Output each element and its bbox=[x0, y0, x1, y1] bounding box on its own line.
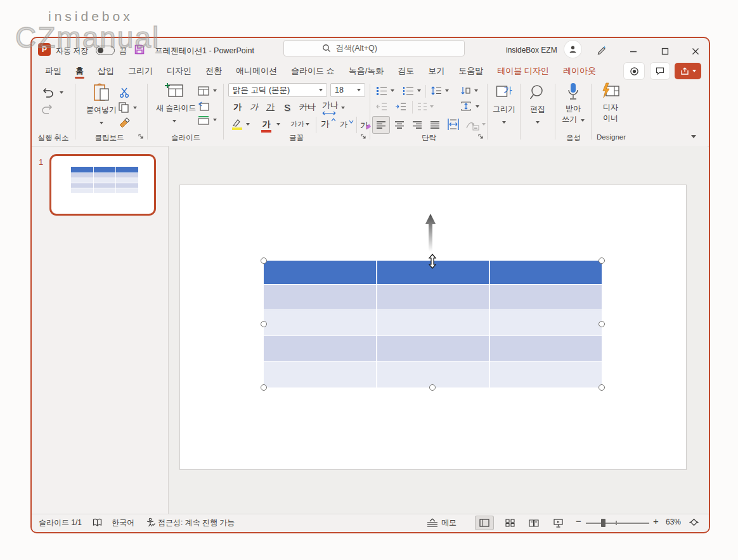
dictate-button[interactable]: 받아 쓰기 bbox=[558, 82, 588, 125]
smartart-chevron[interactable] bbox=[482, 123, 486, 126]
tab-help[interactable]: 도움말 bbox=[451, 62, 490, 80]
record-button[interactable] bbox=[624, 63, 644, 79]
convert-smartart-button[interactable] bbox=[465, 119, 479, 131]
reading-view-button[interactable] bbox=[525, 516, 543, 530]
fit-slide-to-window-button[interactable] bbox=[689, 518, 699, 527]
table-row[interactable] bbox=[264, 336, 602, 361]
resize-handle-mid-left[interactable] bbox=[261, 321, 267, 327]
decrease-indent-button[interactable] bbox=[376, 102, 387, 111]
undo-dropdown-chevron[interactable] bbox=[60, 91, 63, 94]
slide-sorter-view-button[interactable] bbox=[501, 516, 519, 530]
slide-indicator[interactable]: 슬라이드 1/1 bbox=[39, 518, 82, 528]
designer-button[interactable]: 디자 이너 bbox=[595, 82, 626, 124]
increase-font-size-button[interactable]: 가 bbox=[321, 119, 330, 128]
justify-button[interactable] bbox=[430, 120, 440, 129]
font-color-button[interactable]: 가 bbox=[261, 118, 271, 133]
normal-view-button[interactable] bbox=[476, 516, 493, 530]
slide-thumbnail[interactable] bbox=[49, 154, 156, 216]
comments-button[interactable] bbox=[651, 63, 670, 79]
table-row[interactable] bbox=[264, 285, 602, 310]
slideshow-view-button[interactable] bbox=[549, 516, 567, 530]
tab-design[interactable]: 디자인 bbox=[160, 62, 198, 80]
tab-slide-show[interactable]: 슬라이드 쇼 bbox=[284, 62, 342, 80]
increase-indent-button[interactable] bbox=[395, 102, 406, 111]
align-text-chevron[interactable] bbox=[476, 105, 479, 108]
cut-button[interactable] bbox=[119, 88, 131, 98]
minimize-button[interactable] bbox=[626, 44, 640, 58]
copy-dropdown-chevron[interactable] bbox=[133, 107, 137, 109]
autosave-toggle[interactable] bbox=[96, 46, 115, 55]
spacing-dropdown-chevron[interactable] bbox=[341, 107, 345, 109]
strikethrough-button[interactable]: 가나 bbox=[299, 103, 316, 111]
spellcheck-icon[interactable] bbox=[93, 518, 102, 527]
text-direction-button[interactable] bbox=[460, 86, 470, 95]
avatar[interactable] bbox=[564, 41, 581, 58]
highlight-dropdown-chevron[interactable] bbox=[246, 123, 250, 126]
font-name-combobox[interactable]: 맑은 고딕 (본문) bbox=[228, 83, 327, 97]
slide-page[interactable] bbox=[179, 185, 687, 470]
reset-slide-button[interactable] bbox=[198, 101, 209, 111]
slide-layout-button[interactable] bbox=[198, 86, 209, 96]
resize-handle-mid-right[interactable] bbox=[599, 321, 605, 327]
tab-table-design[interactable]: 테이블 디자인 bbox=[490, 62, 556, 80]
font-color-dropdown-chevron[interactable] bbox=[276, 123, 280, 126]
resize-handle-top-right[interactable] bbox=[599, 257, 605, 264]
redo-button[interactable] bbox=[41, 103, 55, 115]
columns-chevron[interactable] bbox=[430, 105, 434, 108]
maximize-button[interactable] bbox=[658, 44, 672, 58]
align-right-button[interactable] bbox=[412, 120, 422, 129]
line-spacing-button[interactable] bbox=[430, 86, 442, 95]
numbering-dropdown-chevron[interactable] bbox=[417, 89, 421, 92]
new-slide-button[interactable]: 새 슬라이드 bbox=[156, 82, 193, 125]
align-center-button[interactable] bbox=[394, 120, 405, 129]
save-icon[interactable] bbox=[134, 44, 145, 55]
zoom-out-button[interactable]: − bbox=[576, 516, 581, 526]
format-painter-button[interactable] bbox=[118, 117, 131, 129]
numbering-button[interactable] bbox=[403, 86, 414, 95]
italic-button[interactable]: 가 bbox=[250, 103, 258, 111]
bullets-button[interactable] bbox=[376, 86, 387, 95]
font-size-combobox[interactable]: 18 bbox=[330, 83, 365, 97]
paste-button[interactable]: 붙여넣기 bbox=[85, 82, 118, 127]
zoom-in-button[interactable]: + bbox=[653, 516, 659, 526]
tab-review[interactable]: 검토 bbox=[391, 62, 421, 80]
section-dropdown-chevron[interactable] bbox=[213, 119, 217, 121]
zoom-slider-track[interactable] bbox=[586, 523, 649, 524]
copy-button[interactable] bbox=[118, 101, 129, 113]
undo-button[interactable] bbox=[41, 86, 55, 99]
line-spacing-chevron[interactable] bbox=[445, 89, 449, 92]
tab-draw[interactable]: 그리기 bbox=[121, 62, 160, 80]
paragraph-dialog-launcher[interactable] bbox=[478, 134, 484, 140]
table-row[interactable] bbox=[264, 361, 602, 387]
edit-button[interactable]: 편집 bbox=[522, 84, 553, 126]
clear-formatting-button[interactable]: 가 bbox=[360, 119, 368, 131]
tab-transitions[interactable]: 전환 bbox=[198, 62, 229, 80]
table-row[interactable] bbox=[264, 310, 602, 336]
zoom-level[interactable]: 63% bbox=[666, 518, 681, 526]
section-button[interactable] bbox=[198, 115, 209, 125]
character-spacing-button[interactable]: 가나 bbox=[322, 99, 339, 115]
slide-canvas[interactable] bbox=[169, 146, 708, 514]
font-dialog-launcher[interactable] bbox=[361, 134, 366, 140]
bullets-dropdown-chevron[interactable] bbox=[391, 89, 394, 92]
search-input[interactable]: 검색(Alt+Q) bbox=[283, 40, 465, 56]
notes-button[interactable]: 메모 bbox=[441, 518, 456, 528]
resize-handle-bottom-left[interactable] bbox=[261, 384, 267, 391]
zoom-slider-thumb[interactable] bbox=[601, 519, 605, 527]
change-case-button[interactable]: 가가 bbox=[290, 120, 304, 127]
user-name[interactable]: insideBox EZM bbox=[506, 46, 557, 55]
align-left-button[interactable] bbox=[373, 117, 389, 133]
resize-handle-top-left[interactable] bbox=[261, 257, 267, 264]
accessibility-status[interactable]: 접근성: 계속 진행 가능 bbox=[158, 518, 235, 528]
distribute-text-button[interactable] bbox=[446, 118, 460, 131]
collapse-ribbon-chevron[interactable] bbox=[691, 135, 696, 138]
resize-handle-bottom-center[interactable] bbox=[429, 384, 436, 391]
underline-button[interactable]: 가 bbox=[266, 103, 275, 111]
decrease-font-size-button[interactable]: 가 bbox=[340, 120, 347, 128]
text-shadow-button[interactable]: S bbox=[284, 103, 290, 112]
change-case-chevron[interactable] bbox=[306, 123, 309, 126]
highlight-color-button[interactable] bbox=[231, 118, 243, 131]
text-direction-chevron[interactable] bbox=[474, 89, 478, 92]
tab-insert[interactable]: 삽입 bbox=[91, 62, 121, 80]
draw-button[interactable]: 가 그리기 bbox=[489, 84, 519, 126]
